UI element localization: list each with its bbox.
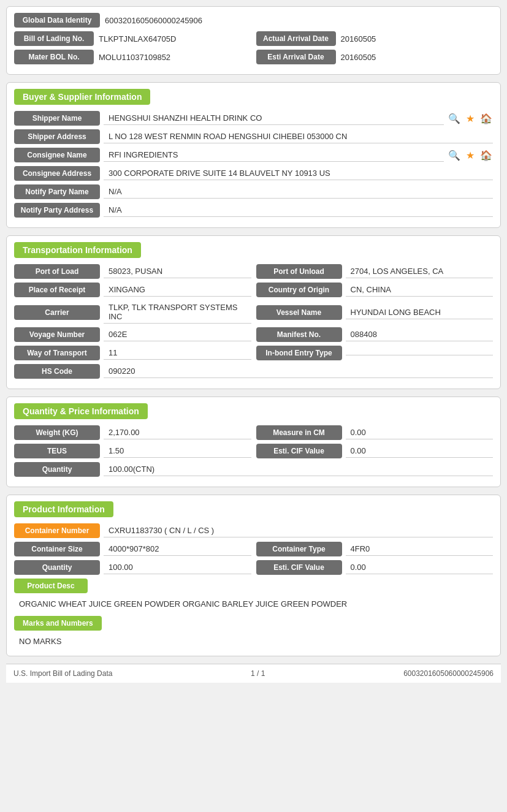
quantity-label: Quantity bbox=[14, 462, 100, 477]
port-of-load-group: Port of Load 58023, PUSAN bbox=[14, 264, 251, 279]
mater-bol-value: MOLU11037109852 bbox=[94, 51, 251, 64]
product-desc-label: Product Desc bbox=[14, 579, 88, 593]
product-desc-row: Product Desc ORGANIC WHEAT JUICE GREEN P… bbox=[14, 579, 493, 612]
container-number-row: Container Number CXRU1183730 ( CN / L / … bbox=[14, 523, 493, 538]
product-info-card: Product Information Container Number CXR… bbox=[6, 495, 501, 656]
esti-arrival-date-label: Esti Arrival Date bbox=[256, 50, 336, 64]
footer-right: 6003201605060000245906 bbox=[403, 669, 494, 678]
place-of-receipt-group: Place of Receipt XINGANG bbox=[14, 283, 251, 297]
container-size-label: Container Size bbox=[14, 542, 100, 556]
voyage-number-group: Voyage Number 062E bbox=[14, 327, 251, 342]
star-icon-2[interactable]: ★ bbox=[463, 148, 477, 162]
hs-code-value: 090220 bbox=[104, 365, 493, 378]
port-row: Port of Load 58023, PUSAN Port of Unload… bbox=[14, 264, 493, 279]
transportation-section-header: Transportation Information bbox=[14, 242, 141, 258]
hs-code-label: HS Code bbox=[14, 364, 100, 379]
shipper-address-value: L NO 128 WEST RENMIN ROAD HENGSHUI CIHEB… bbox=[104, 130, 493, 143]
shipper-name-label: Shipper Name bbox=[14, 111, 100, 126]
transportation-card: Transportation Information Port of Load … bbox=[6, 235, 501, 389]
mater-bol-label: Mater BOL No. bbox=[14, 50, 94, 64]
receipt-origin-row: Place of Receipt XINGANG Country of Orig… bbox=[14, 283, 493, 297]
carrier-group: Carrier TLKP, TLK TRANSPORT SYSTEMS INC bbox=[14, 301, 251, 324]
notify-party-address-value: N/A bbox=[104, 203, 493, 217]
consignee-address-value: 300 CORPORATE DRIVE SUITE 14 BLAUVELT NY… bbox=[104, 167, 493, 180]
voyage-number-value: 062E bbox=[104, 328, 251, 341]
in-bond-entry-label: In-bond Entry Type bbox=[256, 346, 342, 360]
in-bond-entry-value bbox=[346, 351, 494, 355]
esti-cif-label: Esti. CIF Value bbox=[256, 444, 342, 458]
bill-of-lading-row: Bill of Lading No. TLKPTJNLAX64705D Actu… bbox=[14, 31, 493, 46]
bill-of-lading-half: Bill of Lading No. TLKPTJNLAX64705D bbox=[14, 31, 251, 46]
container-number-label: Container Number bbox=[14, 523, 100, 538]
marks-and-numbers-label: Marks and Numbers bbox=[14, 616, 102, 631]
esti-arrival-date-value: 20160505 bbox=[336, 51, 494, 64]
global-data-identity-label: Global Data Identity bbox=[14, 13, 100, 28]
actual-arrival-date-half: Actual Arrival Date 20160505 bbox=[256, 31, 494, 46]
carrier-vessel-row: Carrier TLKP, TLK TRANSPORT SYSTEMS INC … bbox=[14, 301, 493, 324]
footer-center: 1 / 1 bbox=[251, 669, 265, 678]
port-of-unload-value: 2704, LOS ANGELES, CA bbox=[346, 265, 494, 278]
teus-value: 1.50 bbox=[104, 444, 251, 458]
carrier-value: TLKP, TLK TRANSPORT SYSTEMS INC bbox=[104, 301, 251, 324]
shipper-address-label: Shipper Address bbox=[14, 129, 100, 144]
consignee-address-row: Consignee Address 300 CORPORATE DRIVE SU… bbox=[14, 166, 493, 181]
port-of-load-value: 58023, PUSAN bbox=[104, 265, 251, 278]
home-icon-2[interactable]: 🏠 bbox=[479, 148, 493, 162]
country-of-origin-value: CN, CHINA bbox=[346, 283, 494, 297]
hs-code-row: HS Code 090220 bbox=[14, 364, 493, 379]
container-number-value: CXRU1183730 ( CN / L / CS ) bbox=[104, 524, 493, 537]
container-size-group: Container Size 4000*907*802 bbox=[14, 542, 251, 556]
voyage-number-label: Voyage Number bbox=[14, 327, 100, 342]
teus-group: TEUS 1.50 bbox=[14, 444, 251, 458]
carrier-label: Carrier bbox=[14, 305, 100, 320]
buyer-supplier-card: Buyer & Supplier Information Shipper Nam… bbox=[6, 82, 501, 228]
esti-cif-group: Esti. CIF Value 0.00 bbox=[256, 444, 494, 458]
search-icon-2[interactable]: 🔍 bbox=[448, 148, 461, 162]
actual-arrival-date-label: Actual Arrival Date bbox=[256, 31, 336, 46]
shipper-icons: 🔍 ★ 🏠 bbox=[448, 112, 493, 125]
quantity-price-card: Quantity & Price Information Weight (KG)… bbox=[6, 397, 501, 487]
place-of-receipt-value: XINGANG bbox=[104, 283, 251, 297]
marks-and-numbers-row: Marks and Numbers NO MARKS bbox=[14, 616, 493, 650]
quantity-price-section-header: Quantity & Price Information bbox=[14, 403, 148, 419]
consignee-icons: 🔍 ★ 🏠 bbox=[448, 148, 493, 162]
vessel-name-value: HYUNDAI LONG BEACH bbox=[346, 306, 494, 319]
bill-of-lading-value: TLKPTJNLAX64705D bbox=[94, 32, 251, 45]
consignee-name-label: Consignee Name bbox=[14, 148, 100, 162]
esti-arrival-date-half: Esti Arrival Date 20160505 bbox=[256, 50, 494, 64]
esti-cif-value: 0.00 bbox=[346, 444, 494, 458]
manifest-no-value: 088408 bbox=[346, 328, 494, 341]
footer-left: U.S. Import Bill of Lading Data bbox=[13, 669, 112, 678]
star-icon[interactable]: ★ bbox=[463, 112, 477, 125]
shipper-name-value: HENGSHUI SHANZHI HEALTH DRINK CO bbox=[104, 112, 444, 125]
consignee-name-value: RFI INGREDIENTS bbox=[104, 148, 444, 162]
product-quantity-value: 100.00 bbox=[104, 561, 251, 574]
container-size-value: 4000*907*802 bbox=[104, 542, 251, 556]
measure-in-cm-group: Measure in CM 0.00 bbox=[256, 425, 494, 440]
mater-bol-row: Mater BOL No. MOLU11037109852 Esti Arriv… bbox=[14, 50, 493, 64]
measure-in-cm-label: Measure in CM bbox=[256, 425, 342, 440]
weight-measure-row: Weight (KG) 2,170.00 Measure in CM 0.00 bbox=[14, 425, 493, 440]
teus-label: TEUS bbox=[14, 444, 100, 458]
product-quantity-group: Quantity 100.00 bbox=[14, 560, 251, 575]
quantity-row: Quantity 100.00(CTN) bbox=[14, 462, 493, 477]
product-esti-cif-value: 0.00 bbox=[346, 561, 494, 574]
buyer-supplier-section-header: Buyer & Supplier Information bbox=[14, 89, 150, 105]
footer: U.S. Import Bill of Lading Data 1 / 1 60… bbox=[6, 664, 501, 683]
notify-party-address-row: Notify Party Address N/A bbox=[14, 203, 493, 218]
way-of-transport-value: 11 bbox=[104, 346, 251, 360]
marks-and-numbers-value: NO MARKS bbox=[14, 633, 493, 650]
home-icon[interactable]: 🏠 bbox=[479, 112, 493, 125]
port-of-load-label: Port of Load bbox=[14, 264, 100, 279]
container-size-type-row: Container Size 4000*907*802 Container Ty… bbox=[14, 542, 493, 556]
product-desc-value: ORGANIC WHEAT JUICE GREEN POWDER ORGANIC… bbox=[14, 596, 493, 612]
search-icon[interactable]: 🔍 bbox=[448, 112, 461, 125]
way-inbond-row: Way of Transport 11 In-bond Entry Type bbox=[14, 346, 493, 360]
bill-of-lading-label: Bill of Lading No. bbox=[14, 31, 94, 46]
country-of-origin-label: Country of Origin bbox=[256, 283, 342, 297]
teus-cif-row: TEUS 1.50 Esti. CIF Value 0.00 bbox=[14, 444, 493, 458]
product-esti-cif-group: Esti. CIF Value 0.00 bbox=[256, 560, 494, 575]
container-type-label: Container Type bbox=[256, 542, 342, 556]
consignee-address-label: Consignee Address bbox=[14, 166, 100, 181]
global-data-identity-value: 6003201605060000245906 bbox=[100, 14, 207, 27]
